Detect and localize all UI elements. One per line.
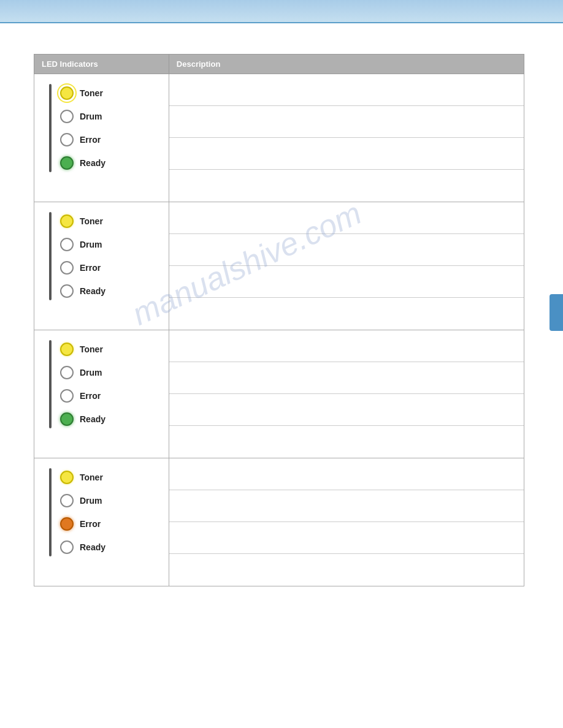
led-cell-1: TonerDrumErrorReady [34,202,169,330]
led-indicator-ready [60,412,74,426]
vertical-bar [49,84,52,172]
led-row-0: Toner [60,86,105,100]
led-label-ready: Ready [80,542,105,552]
led-indicator-toner [60,214,74,228]
desc-segment-2 [169,138,524,170]
desc-segment-2 [169,266,524,298]
led-row-3: Ready [60,284,105,298]
led-label-ready: Ready [80,414,105,424]
led-label-drum: Drum [80,112,102,121]
desc-cell-3 [169,458,524,586]
led-row-0: Toner [60,343,105,356]
top-banner [0,0,563,23]
desc-segment-0 [169,458,524,490]
led-row-1: Drum [60,110,105,123]
led-indicator-drum [60,238,74,251]
led-row-2: Error [60,517,105,531]
table-row: TonerDrumErrorReady [34,202,524,330]
col2-header: Description [169,55,524,74]
desc-segment-0 [169,202,524,234]
desc-cell-1 [169,202,524,330]
led-row-1: Drum [60,238,105,251]
vertical-bar [49,468,52,556]
table-row: TonerDrumErrorReady [34,458,524,586]
desc-segment-0 [169,74,524,106]
led-indicator-error [60,389,74,403]
led-label-toner: Toner [80,472,103,482]
desc-segment-1 [169,106,524,138]
led-indicator-toner [60,86,74,100]
desc-segment-3 [169,554,524,586]
led-indicator-error [60,133,74,146]
led-label-toner: Toner [80,344,103,354]
table-row: TonerDrumErrorReady [34,330,524,458]
desc-segment-1 [169,490,524,522]
led-cell-3: TonerDrumErrorReady [34,458,169,586]
led-indicator-drum [60,366,74,379]
led-label-error: Error [80,391,101,401]
desc-segment-0 [169,330,524,362]
desc-segment-3 [169,298,524,330]
led-label-toner: Toner [80,88,103,98]
desc-cell-2 [169,330,524,458]
led-label-drum: Drum [80,496,102,506]
led-indicator-ready [60,284,74,298]
led-row-1: Drum [60,366,105,379]
led-row-2: Error [60,261,105,275]
led-indicator-drum [60,494,74,507]
led-indicator-ready [60,540,74,554]
led-cell-0: TonerDrumErrorReady [34,74,169,202]
main-content: LED Indicators Description TonerDrumErro… [0,23,563,617]
led-label-ready: Ready [80,286,105,296]
led-row-1: Drum [60,494,105,507]
led-row-2: Error [60,389,105,403]
led-row-0: Toner [60,214,105,228]
desc-segment-2 [169,522,524,554]
led-label-ready: Ready [80,158,105,168]
led-indicator-toner [60,471,74,484]
led-indicator-ready [60,156,74,170]
led-label-toner: Toner [80,216,103,226]
desc-cell-0 [169,74,524,202]
col1-header: LED Indicators [34,55,169,74]
led-label-drum: Drum [80,240,102,249]
led-row-2: Error [60,133,105,146]
led-indicator-error [60,261,74,275]
led-label-drum: Drum [80,368,102,377]
vertical-bar [49,212,52,300]
table-row: TonerDrumErrorReady [34,74,524,202]
desc-segment-3 [169,426,524,458]
led-label-error: Error [80,263,101,273]
led-row-3: Ready [60,156,105,170]
led-label-error: Error [80,519,101,529]
led-row-3: Ready [60,540,105,554]
desc-segment-3 [169,170,524,202]
led-row-3: Ready [60,412,105,426]
indicator-table: LED Indicators Description TonerDrumErro… [34,54,524,586]
desc-segment-1 [169,234,524,266]
vertical-bar [49,340,52,428]
led-indicator-toner [60,343,74,356]
led-cell-2: TonerDrumErrorReady [34,330,169,458]
led-row-0: Toner [60,471,105,484]
desc-segment-1 [169,362,524,394]
led-indicator-drum [60,110,74,123]
led-indicator-error [60,517,74,531]
desc-segment-2 [169,394,524,426]
led-label-error: Error [80,135,101,145]
